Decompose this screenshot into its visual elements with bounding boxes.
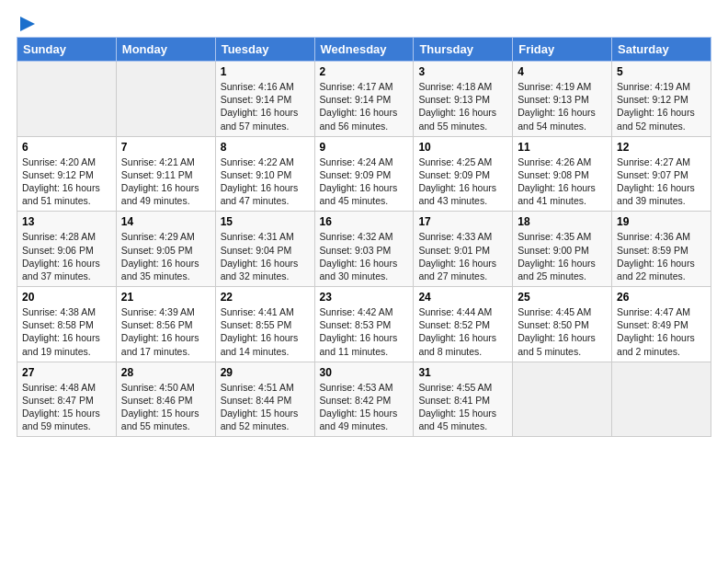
day-number: 26 xyxy=(617,291,706,304)
calendar-cell: 2Sunrise: 4:17 AMSunset: 9:14 PMDaylight… xyxy=(314,62,414,137)
day-info: Sunrise: 4:19 AMSunset: 9:13 PMDaylight:… xyxy=(518,80,607,132)
day-number: 3 xyxy=(418,65,507,78)
day-info: Sunrise: 4:20 AMSunset: 9:12 PMDaylight:… xyxy=(22,155,111,208)
day-number: 18 xyxy=(518,215,607,228)
calendar-cell: 27Sunrise: 4:48 AMSunset: 8:47 PMDayligh… xyxy=(17,362,117,437)
day-info: Sunrise: 4:47 AMSunset: 8:49 PMDaylight:… xyxy=(617,305,706,358)
calendar-cell: 20Sunrise: 4:38 AMSunset: 8:58 PMDayligh… xyxy=(17,287,117,362)
day-info: Sunrise: 4:48 AMSunset: 8:47 PMDaylight:… xyxy=(22,381,111,433)
day-info: Sunrise: 4:38 AMSunset: 8:58 PMDaylight:… xyxy=(22,305,111,358)
calendar-row-4: 27Sunrise: 4:48 AMSunset: 8:47 PMDayligh… xyxy=(17,362,711,437)
calendar-cell: 13Sunrise: 4:28 AMSunset: 9:06 PMDayligh… xyxy=(17,212,117,287)
day-info: Sunrise: 4:55 AMSunset: 8:41 PMDaylight:… xyxy=(418,381,507,433)
page: SundayMondayTuesdayWednesdayThursdayFrid… xyxy=(0,0,728,563)
calendar-cell: 23Sunrise: 4:42 AMSunset: 8:53 PMDayligh… xyxy=(314,287,414,362)
day-info: Sunrise: 4:42 AMSunset: 8:53 PMDaylight:… xyxy=(320,305,409,358)
day-number: 4 xyxy=(518,65,607,78)
calendar-cell: 7Sunrise: 4:21 AMSunset: 9:11 PMDaylight… xyxy=(116,136,215,212)
calendar-cell: 4Sunrise: 4:19 AMSunset: 9:13 PMDaylight… xyxy=(513,62,612,137)
calendar-cell xyxy=(612,362,711,437)
day-info: Sunrise: 4:51 AMSunset: 8:44 PMDaylight:… xyxy=(221,381,310,433)
day-info: Sunrise: 4:39 AMSunset: 8:56 PMDaylight:… xyxy=(121,305,210,358)
weekday-header-monday: Monday xyxy=(116,38,215,62)
calendar-cell xyxy=(116,62,215,137)
day-number: 9 xyxy=(320,141,409,154)
weekday-header-wednesday: Wednesday xyxy=(314,38,414,62)
logo xyxy=(17,15,37,31)
day-number: 6 xyxy=(22,141,111,154)
day-info: Sunrise: 4:33 AMSunset: 9:01 PMDaylight:… xyxy=(418,230,507,282)
calendar-row-0: 1Sunrise: 4:16 AMSunset: 9:14 PMDaylight… xyxy=(17,62,711,137)
day-number: 12 xyxy=(617,141,706,154)
weekday-header-sunday: Sunday xyxy=(17,38,117,62)
day-number: 15 xyxy=(221,215,310,228)
day-number: 29 xyxy=(221,366,310,379)
day-number: 25 xyxy=(518,291,607,304)
day-info: Sunrise: 4:50 AMSunset: 8:46 PMDaylight:… xyxy=(121,381,210,433)
day-number: 20 xyxy=(22,291,111,304)
header xyxy=(17,9,711,31)
calendar-cell: 17Sunrise: 4:33 AMSunset: 9:01 PMDayligh… xyxy=(414,212,513,287)
day-info: Sunrise: 4:53 AMSunset: 8:42 PMDaylight:… xyxy=(320,381,409,433)
calendar-cell xyxy=(513,362,612,437)
calendar-cell: 19Sunrise: 4:36 AMSunset: 8:59 PMDayligh… xyxy=(612,212,711,287)
day-number: 19 xyxy=(617,215,706,228)
day-number: 23 xyxy=(320,291,409,304)
day-number: 8 xyxy=(221,141,310,154)
calendar-cell: 16Sunrise: 4:32 AMSunset: 9:03 PMDayligh… xyxy=(314,212,414,287)
calendar-cell: 8Sunrise: 4:22 AMSunset: 9:10 PMDaylight… xyxy=(215,136,314,212)
day-number: 10 xyxy=(418,141,507,154)
calendar-cell: 14Sunrise: 4:29 AMSunset: 9:05 PMDayligh… xyxy=(116,212,215,287)
calendar-cell: 18Sunrise: 4:35 AMSunset: 9:00 PMDayligh… xyxy=(513,212,612,287)
calendar-cell: 3Sunrise: 4:18 AMSunset: 9:13 PMDaylight… xyxy=(414,62,513,137)
day-number: 30 xyxy=(320,366,409,379)
day-number: 14 xyxy=(121,215,210,228)
calendar-cell: 10Sunrise: 4:25 AMSunset: 9:09 PMDayligh… xyxy=(414,136,513,212)
calendar-cell: 6Sunrise: 4:20 AMSunset: 9:12 PMDaylight… xyxy=(17,136,117,212)
day-number: 22 xyxy=(221,291,310,304)
calendar-cell: 9Sunrise: 4:24 AMSunset: 9:09 PMDaylight… xyxy=(314,136,414,212)
day-info: Sunrise: 4:24 AMSunset: 9:09 PMDaylight:… xyxy=(320,155,409,208)
calendar-cell: 1Sunrise: 4:16 AMSunset: 9:14 PMDaylight… xyxy=(215,62,314,137)
day-number: 1 xyxy=(221,65,310,78)
day-info: Sunrise: 4:29 AMSunset: 9:05 PMDaylight:… xyxy=(121,230,210,282)
calendar-cell xyxy=(17,62,117,137)
calendar-cell: 28Sunrise: 4:50 AMSunset: 8:46 PMDayligh… xyxy=(116,362,215,437)
day-info: Sunrise: 4:44 AMSunset: 8:52 PMDaylight:… xyxy=(418,305,507,358)
day-info: Sunrise: 4:36 AMSunset: 8:59 PMDaylight:… xyxy=(617,230,706,282)
calendar-row-2: 13Sunrise: 4:28 AMSunset: 9:06 PMDayligh… xyxy=(17,212,711,287)
day-number: 13 xyxy=(22,215,111,228)
day-info: Sunrise: 4:41 AMSunset: 8:55 PMDaylight:… xyxy=(221,305,310,358)
header-row: SundayMondayTuesdayWednesdayThursdayFrid… xyxy=(17,38,711,62)
day-number: 28 xyxy=(121,366,210,379)
calendar-cell: 12Sunrise: 4:27 AMSunset: 9:07 PMDayligh… xyxy=(612,136,711,212)
day-info: Sunrise: 4:28 AMSunset: 9:06 PMDaylight:… xyxy=(22,230,111,282)
day-info: Sunrise: 4:35 AMSunset: 9:00 PMDaylight:… xyxy=(518,230,607,282)
calendar-cell: 15Sunrise: 4:31 AMSunset: 9:04 PMDayligh… xyxy=(215,212,314,287)
calendar-cell: 21Sunrise: 4:39 AMSunset: 8:56 PMDayligh… xyxy=(116,287,215,362)
calendar-cell: 29Sunrise: 4:51 AMSunset: 8:44 PMDayligh… xyxy=(215,362,314,437)
day-info: Sunrise: 4:22 AMSunset: 9:10 PMDaylight:… xyxy=(221,155,310,208)
day-info: Sunrise: 4:18 AMSunset: 9:13 PMDaylight:… xyxy=(418,80,507,132)
calendar-cell: 22Sunrise: 4:41 AMSunset: 8:55 PMDayligh… xyxy=(215,287,314,362)
day-info: Sunrise: 4:27 AMSunset: 9:07 PMDaylight:… xyxy=(617,155,706,208)
svg-marker-0 xyxy=(20,17,35,31)
day-number: 11 xyxy=(518,141,607,154)
day-number: 2 xyxy=(320,65,409,78)
calendar-row-3: 20Sunrise: 4:38 AMSunset: 8:58 PMDayligh… xyxy=(17,287,711,362)
day-info: Sunrise: 4:16 AMSunset: 9:14 PMDaylight:… xyxy=(221,80,310,132)
calendar-cell: 24Sunrise: 4:44 AMSunset: 8:52 PMDayligh… xyxy=(414,287,513,362)
day-info: Sunrise: 4:17 AMSunset: 9:14 PMDaylight:… xyxy=(320,80,409,132)
day-info: Sunrise: 4:31 AMSunset: 9:04 PMDaylight:… xyxy=(221,230,310,282)
calendar-cell: 30Sunrise: 4:53 AMSunset: 8:42 PMDayligh… xyxy=(314,362,414,437)
weekday-header-tuesday: Tuesday xyxy=(215,38,314,62)
day-number: 31 xyxy=(418,366,507,379)
calendar-cell: 26Sunrise: 4:47 AMSunset: 8:49 PMDayligh… xyxy=(612,287,711,362)
day-number: 5 xyxy=(617,65,706,78)
day-number: 7 xyxy=(121,141,210,154)
day-info: Sunrise: 4:25 AMSunset: 9:09 PMDaylight:… xyxy=(418,155,507,208)
day-number: 17 xyxy=(418,215,507,228)
day-info: Sunrise: 4:32 AMSunset: 9:03 PMDaylight:… xyxy=(320,230,409,282)
day-number: 21 xyxy=(121,291,210,304)
calendar-cell: 31Sunrise: 4:55 AMSunset: 8:41 PMDayligh… xyxy=(414,362,513,437)
